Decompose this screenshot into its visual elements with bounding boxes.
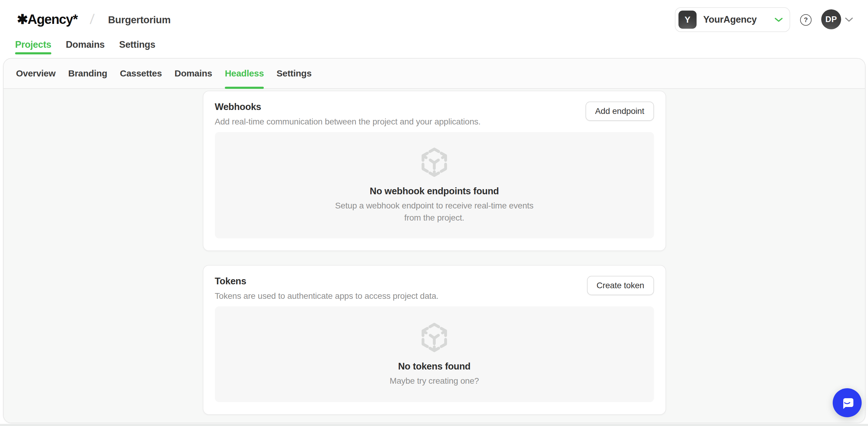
header: ✱Agency* / Burgertorium Projects Domains… <box>0 0 868 58</box>
webhooks-card: Webhooks Add real-time communication bet… <box>203 91 666 251</box>
sub-tab-label: Cassettes <box>120 68 162 79</box>
sub-tab-domains[interactable]: Domains <box>175 59 212 88</box>
main-tab-label: Domains <box>66 39 105 50</box>
headless-tab-content: Webhooks Add real-time communication bet… <box>4 89 865 423</box>
chat-smile-icon <box>839 395 855 411</box>
main-tab-label: Settings <box>119 39 155 50</box>
help-button[interactable]: ? <box>800 14 812 26</box>
agency-logo[interactable]: ✱Agency* <box>17 11 78 27</box>
empty-description-line: Maybe try creating one? <box>390 375 479 387</box>
empty-description-line: Setup a webhook endpoint to receive real… <box>335 200 533 212</box>
main-tab-settings[interactable]: Settings <box>119 39 155 54</box>
sub-tab-overview[interactable]: Overview <box>16 59 56 88</box>
main-tab-domains[interactable]: Domains <box>66 39 105 54</box>
tokens-card: Tokens Tokens are used to authenticate a… <box>203 265 666 415</box>
tokens-card-header: Tokens Tokens are used to authenticate a… <box>215 276 438 301</box>
chat-launcher-button[interactable] <box>833 388 862 417</box>
project-sub-tabs: Overview Branding Cassettes Domains Head… <box>4 59 865 89</box>
webhooks-title: Webhooks <box>215 102 481 112</box>
main-tab-label: Projects <box>15 39 51 50</box>
tokens-empty-description: Maybe try creating one? <box>390 375 479 387</box>
breadcrumb-project-name: Burgertorium <box>108 14 170 26</box>
workspace-switcher[interactable]: Y YourAgency <box>675 7 790 32</box>
webhooks-card-header: Webhooks Add real-time communication bet… <box>215 102 481 126</box>
dashed-cube-icon <box>418 146 450 178</box>
tokens-empty-state: No tokens found Maybe try creating one? <box>215 306 654 402</box>
user-avatar[interactable]: DP <box>821 9 841 29</box>
workspace-avatar: Y <box>679 10 696 29</box>
dashed-cube-icon <box>418 322 450 353</box>
webhooks-empty-description: Setup a webhook endpoint to receive real… <box>335 200 533 224</box>
chevron-down-icon <box>774 17 783 22</box>
tokens-title: Tokens <box>215 276 438 287</box>
sub-tab-label: Domains <box>175 68 212 79</box>
empty-description-line: from the project. <box>335 212 533 224</box>
project-panel: Overview Branding Cassettes Domains Head… <box>3 58 866 423</box>
question-mark-icon: ? <box>804 16 808 24</box>
user-menu-chevron-down-icon[interactable] <box>844 17 854 22</box>
sub-tab-label: Settings <box>276 68 311 79</box>
create-token-button[interactable]: Create token <box>587 276 654 295</box>
sub-tab-cassettes[interactable]: Cassettes <box>120 59 162 88</box>
breadcrumb-separator: / <box>89 11 95 27</box>
sub-tab-headless[interactable]: Headless <box>225 59 264 88</box>
active-tab-underline <box>225 87 264 89</box>
workspace-name: YourAgency <box>703 14 756 25</box>
sub-tab-label: Overview <box>16 68 56 79</box>
main-tabs: Projects Domains Settings <box>15 39 155 54</box>
sub-tab-label: Branding <box>68 68 107 79</box>
add-endpoint-button[interactable]: Add endpoint <box>586 102 654 121</box>
webhooks-empty-state: No webhook endpoints found Setup a webho… <box>215 132 654 238</box>
tokens-empty-title: No tokens found <box>398 361 470 372</box>
webhooks-description: Add real-time communication between the … <box>215 117 481 126</box>
bottom-scroll-track[interactable] <box>0 424 868 426</box>
sub-tab-settings[interactable]: Settings <box>276 59 311 88</box>
active-tab-underline <box>15 52 51 54</box>
main-tab-projects[interactable]: Projects <box>15 39 51 54</box>
tokens-description: Tokens are used to authenticate apps to … <box>215 291 438 301</box>
sub-tab-branding[interactable]: Branding <box>68 59 107 88</box>
sub-tab-label: Headless <box>225 68 264 79</box>
webhooks-empty-title: No webhook endpoints found <box>370 186 499 197</box>
